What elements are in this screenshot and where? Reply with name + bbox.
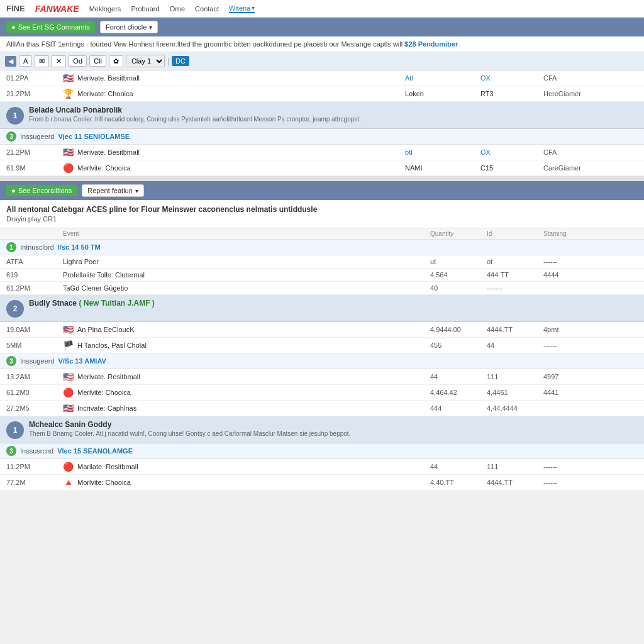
- mail-button[interactable]: ✉: [35, 55, 49, 67]
- name-cell: 🔴 Marilate. Resitbmall: [63, 462, 430, 472]
- col3: 455: [430, 341, 487, 349]
- th-id: Id: [487, 230, 543, 237]
- time-cell: 13.2AM: [6, 373, 63, 380]
- group2-avatar: 1: [6, 242, 16, 252]
- info-bar: All nentonal Catebgar ACES pline for Flo…: [0, 200, 644, 228]
- flag-icon: 🇺🇸: [63, 325, 74, 335]
- group4-header: 1 Mchealcc Sanin Goddy Them B Bnamg Cool…: [0, 416, 644, 443]
- col4-cell: RT3: [480, 90, 543, 97]
- nav-witena-dropdown[interactable]: Witena ▾: [229, 4, 255, 13]
- entry-name: Marilate. Resitbmall: [77, 463, 138, 470]
- flower-button[interactable]: ✿: [109, 55, 123, 67]
- nav-contact[interactable]: Contact: [195, 5, 219, 13]
- name-cell: 🔴 Merlvite: Chooica: [63, 387, 430, 397]
- th-0: [6, 230, 63, 237]
- red-icon: 🔴: [63, 387, 74, 397]
- col5: ------: [543, 463, 581, 470]
- table-row: 01.2PA 🇺🇸 Merivate. Besitbmall Atl OX CF…: [0, 70, 644, 86]
- time-cell: ATFA: [6, 258, 63, 265]
- issued-link[interactable]: Vjec 11 SENIOLAMSE: [58, 133, 130, 140]
- repent-featlun-dropdown[interactable]: Repent featlun ▾: [82, 184, 144, 197]
- col4: 44: [487, 341, 543, 349]
- see-ent-sg-button[interactable]: ● See Ent SG Comnamts: [6, 21, 95, 33]
- table-row: 619 Profellaiite Tolle: Clutermal 4,564 …: [0, 269, 644, 282]
- col3-cell: Loken: [405, 90, 480, 97]
- issued-row-3: 3 Inssusrcnd Vlec 15 SEANOLAMGE: [0, 443, 644, 459]
- col3-link[interactable]: Atl: [405, 74, 480, 82]
- col5-cell: CFA: [543, 74, 638, 82]
- table-row: 11.2PM 🔴 Marilate. Resitbmall 44 111 ---…: [0, 459, 644, 475]
- table-headers: Event Quantity Id Staming: [0, 228, 644, 240]
- table-section-3: 19.0AM 🇺🇸 An Pina EeCloucK 4,9444.00 444…: [0, 322, 644, 353]
- time-cell: 61.2M0: [6, 389, 63, 396]
- time-cell: 11.2PM: [6, 463, 63, 470]
- issued-row-2: 3 Inssugeerd V/Sc 13 AMIAV: [0, 353, 644, 369]
- entry-name: Incrivate: Caphlnas: [77, 404, 136, 412]
- nav-orne[interactable]: Orne: [170, 5, 185, 13]
- col3: 4,464.42: [430, 389, 487, 396]
- a-button[interactable]: A: [19, 55, 32, 67]
- alert-bar: AllIAn thas FSIT 1entings - lourted Vew …: [0, 36, 644, 52]
- table-row: 5MM 🏴 H Tanclos, Pasl Cholal 455 44 ----…: [0, 338, 644, 353]
- col4-link[interactable]: OX: [480, 148, 543, 156]
- col5: ------: [543, 341, 581, 349]
- col5: 4pmt: [543, 326, 581, 333]
- entry-name: An Pina EeCloucK: [77, 326, 135, 333]
- section2-header: ● See Encoralltions Repent featlun ▾: [0, 181, 644, 200]
- close-button[interactable]: ✕: [52, 55, 66, 67]
- col3: 4,9444.00: [430, 326, 487, 333]
- issued-link[interactable]: Vlec 15 SEANOLAMGE: [57, 447, 133, 455]
- group2-link[interactable]: l/sc 14 50 TM: [58, 243, 101, 251]
- time-cell: 77.2M: [6, 479, 63, 486]
- group3-header: 2 Budly Stnace ( New Tuitian J.AMF ): [0, 295, 644, 322]
- dc-button[interactable]: DC: [172, 56, 189, 66]
- red-icon: 🔴: [63, 163, 74, 173]
- time-cell: 61.2PM: [6, 284, 63, 292]
- issued-link[interactable]: V/Sc 13 AMIAV: [58, 357, 106, 365]
- group3-info: Budly Stnace ( New Tuitian J.AMF ): [29, 299, 638, 308]
- triangle-icon: 🔺: [63, 477, 74, 487]
- col4-cell: C15: [480, 164, 543, 172]
- col3-cell: NAMI: [405, 164, 480, 172]
- entry-name: Merivate. Besitbmall: [77, 148, 140, 156]
- clay-select[interactable]: Clay 1: [126, 55, 165, 67]
- foront-cliocle-dropdown[interactable]: Foront cliocle ▾: [100, 21, 158, 33]
- issued-badge: 3: [6, 446, 16, 456]
- info-title: All nentonal Catebgar ACES pline for Flo…: [6, 205, 638, 214]
- table-row: 13.2AM 🇺🇸 Merivate. Resitbmall 44 111 49…: [0, 369, 644, 385]
- group2-name: Intnusclord: [20, 243, 54, 251]
- th-extra: [581, 230, 638, 237]
- od-button[interactable]: Od: [69, 55, 87, 67]
- col4: 111: [487, 373, 543, 380]
- circle-icon: ●: [11, 187, 16, 194]
- back-button[interactable]: ◀: [5, 56, 16, 67]
- chevron-down-icon: ▾: [252, 4, 255, 11]
- table-row: 27.2M5 🇺🇸 Incrivate: Caphlnas 444 4,44.4…: [0, 401, 644, 416]
- nav-meklogers[interactable]: Meklogers: [89, 5, 121, 13]
- group-header-1: 1 Belade Uncalb Ponabrolik From b.r.bnan…: [0, 102, 644, 129]
- time-cell: 619: [6, 271, 63, 279]
- name-cell: 🇺🇸 An Pina EeCloucK: [63, 325, 430, 335]
- table-row: 77.2M 🔺 Morlvite: Chooica 4.40.TT 4444.T…: [0, 475, 644, 491]
- col3: 4,564: [430, 271, 487, 279]
- group-desc: From b.r.bnana Cooler. hlll nacatid oule…: [29, 116, 638, 123]
- nav-probuard[interactable]: Probuard: [131, 5, 159, 13]
- issued-label: Inssugeerd: [20, 133, 54, 140]
- group4-name: Mchealcc Sanin Goddy: [29, 420, 638, 429]
- col5: 4997: [543, 373, 581, 380]
- group4-desc: Them B Bnamg Cooler. Atl.j nacatid wuln!…: [29, 430, 638, 437]
- col3: ut: [430, 258, 487, 265]
- table-row: 19.0AM 🇺🇸 An Pina EeCloucK 4,9444.00 444…: [0, 322, 644, 338]
- entry-name: Merivate. Resitbmall: [77, 373, 140, 380]
- col3: 44: [430, 463, 487, 470]
- col5-cell: HereGiamer: [543, 90, 638, 97]
- cll-button[interactable]: Cll: [89, 55, 106, 67]
- see-encoralltions-button[interactable]: ● See Encoralltions: [6, 185, 77, 196]
- col5: ------: [543, 258, 581, 265]
- col3-link[interactable]: btl: [405, 148, 480, 156]
- issued-label: Inssugeerd: [20, 357, 54, 365]
- group-info: Belade Uncalb Ponabrolik From b.r.bnana …: [29, 106, 638, 123]
- name-cell: 🔴 Merlvite: Chooica: [63, 163, 405, 173]
- entry-name: Lighra Poer: [63, 258, 99, 265]
- col4-link[interactable]: OX: [480, 74, 543, 82]
